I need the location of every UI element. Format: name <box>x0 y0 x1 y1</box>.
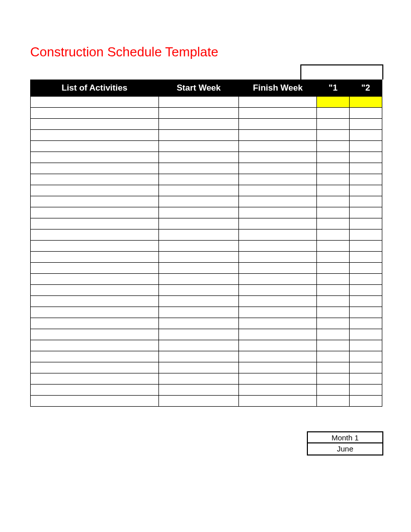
table-cell <box>317 174 350 185</box>
table-cell <box>31 263 159 274</box>
table-cell <box>158 130 239 141</box>
table-cell <box>31 274 159 285</box>
table-cell <box>158 241 239 252</box>
table-cell <box>239 285 317 296</box>
table-cell <box>317 207 350 218</box>
table-cell <box>350 130 382 141</box>
table-body <box>31 97 382 407</box>
table-cell <box>350 296 382 307</box>
table-row <box>31 340 382 351</box>
table-row <box>31 263 382 274</box>
header-week-2: "2 <box>350 80 382 97</box>
table-cell <box>350 174 382 185</box>
schedule-table: List of Activities Start Week Finish Wee… <box>30 80 382 407</box>
table-cell <box>158 97 239 108</box>
table-cell <box>158 252 239 263</box>
table-cell <box>350 396 382 407</box>
table-cell <box>158 163 239 174</box>
table-row <box>31 185 382 196</box>
table-cell <box>239 241 317 252</box>
table-row <box>31 385 382 396</box>
table-cell <box>350 362 382 373</box>
table-cell <box>317 141 350 152</box>
table-cell <box>317 340 350 351</box>
table-cell <box>31 241 159 252</box>
table-cell <box>158 174 239 185</box>
table-row <box>31 119 382 130</box>
table-cell <box>239 385 317 396</box>
table-cell <box>239 196 317 207</box>
table-cell <box>31 141 159 152</box>
table-cell <box>317 318 350 329</box>
table-row <box>31 307 382 318</box>
table-cell <box>350 230 382 241</box>
table-cell <box>239 97 317 108</box>
header-start-week: Start Week <box>158 80 239 97</box>
table-cell <box>31 230 159 241</box>
table-cell <box>158 196 239 207</box>
table-cell <box>158 340 239 351</box>
table-cell <box>158 274 239 285</box>
table-cell <box>239 274 317 285</box>
table-cell <box>239 218 317 230</box>
table-cell <box>239 263 317 274</box>
table-cell <box>31 163 159 174</box>
table-cell <box>31 362 159 373</box>
table-cell <box>239 163 317 174</box>
table-cell <box>239 307 317 318</box>
table-cell <box>239 318 317 329</box>
table-cell <box>239 252 317 263</box>
table-cell <box>31 207 159 218</box>
table-cell <box>31 385 159 396</box>
table-row <box>31 207 382 218</box>
table-cell <box>317 263 350 274</box>
table-cell <box>317 329 350 340</box>
table-cell <box>317 108 350 119</box>
table-cell <box>350 274 382 285</box>
table-cell <box>350 373 382 385</box>
table-cell <box>239 296 317 307</box>
table-cell <box>317 351 350 362</box>
table-cell <box>350 163 382 174</box>
table-cell <box>317 307 350 318</box>
table-cell <box>350 185 382 196</box>
table-cell <box>350 307 382 318</box>
table-cell <box>317 163 350 174</box>
table-row <box>31 152 382 163</box>
table-cell <box>31 218 159 230</box>
table-cell <box>350 207 382 218</box>
table-cell <box>239 362 317 373</box>
table-cell <box>158 373 239 385</box>
table-cell <box>31 296 159 307</box>
table-cell <box>350 241 382 252</box>
table-cell <box>31 351 159 362</box>
table-row <box>31 318 382 329</box>
table-cell <box>239 141 317 152</box>
table-cell <box>317 252 350 263</box>
table-row <box>31 252 382 263</box>
table-cell <box>158 218 239 230</box>
table-cell <box>317 241 350 252</box>
table-cell <box>239 329 317 340</box>
table-cell <box>317 218 350 230</box>
table-cell <box>317 362 350 373</box>
table-row <box>31 362 382 373</box>
table-cell <box>350 285 382 296</box>
month-box: Month 1 June <box>307 431 383 455</box>
table-row <box>31 230 382 241</box>
table-cell <box>31 108 159 119</box>
table-cell <box>158 296 239 307</box>
table-cell <box>239 207 317 218</box>
table-cell <box>350 318 382 329</box>
table-cell <box>31 97 159 108</box>
table-cell <box>317 152 350 163</box>
table-cell <box>317 396 350 407</box>
table-row <box>31 296 382 307</box>
table-cell <box>158 318 239 329</box>
table-cell <box>31 119 159 130</box>
table-cell <box>31 396 159 407</box>
table-cell <box>31 318 159 329</box>
table-cell <box>158 185 239 196</box>
table-cell <box>158 385 239 396</box>
table-row <box>31 218 382 230</box>
